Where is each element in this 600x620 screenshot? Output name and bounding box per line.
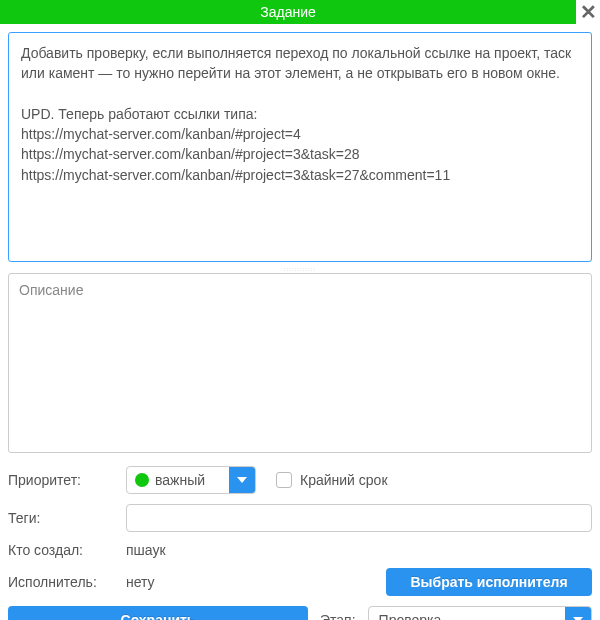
dialog-header: Задание ✕ — [0, 0, 600, 24]
creator-row: Кто создал: пшаук — [8, 542, 592, 558]
task-description-input[interactable] — [8, 273, 592, 453]
assignee-row: Исполнитель: нету Выбрать исполнителя — [8, 568, 592, 596]
tags-input[interactable] — [126, 504, 592, 532]
close-icon: ✕ — [580, 1, 597, 23]
creator-value: пшаук — [126, 542, 166, 558]
priority-text: важный — [155, 472, 205, 488]
deadline-checkbox[interactable] — [276, 472, 292, 488]
stage-label: Этап: — [320, 612, 356, 620]
assignee-label: Исполнитель: — [8, 574, 118, 590]
priority-row: Приоритет: важный Крайний срок — [8, 466, 592, 494]
chevron-down-icon — [229, 467, 255, 493]
dialog-content: :::::::::::: Приоритет: важный Крайний с… — [0, 24, 600, 620]
priority-label: Приоритет: — [8, 472, 118, 488]
tags-label: Теги: — [8, 510, 118, 526]
priority-value: важный — [127, 472, 229, 488]
priority-select[interactable]: важный — [126, 466, 256, 494]
assign-button[interactable]: Выбрать исполнителя — [386, 568, 592, 596]
dialog-title: Задание — [0, 4, 576, 20]
close-button[interactable]: ✕ — [576, 0, 600, 24]
task-title-input[interactable] — [8, 32, 592, 262]
creator-label: Кто создал: — [8, 542, 118, 558]
priority-dot-icon — [135, 473, 149, 487]
assignee-value: нету — [126, 574, 155, 590]
resize-grip-icon[interactable]: :::::::::::: — [8, 265, 592, 273]
bottom-row: Сохранить Этап: Проверка — [8, 606, 592, 620]
stage-select[interactable]: Проверка — [368, 606, 592, 620]
chevron-down-icon — [565, 607, 591, 620]
save-button[interactable]: Сохранить — [8, 606, 308, 620]
deadline-label[interactable]: Крайний срок — [300, 472, 388, 488]
tags-row: Теги: — [8, 504, 592, 532]
stage-value: Проверка — [369, 612, 565, 620]
